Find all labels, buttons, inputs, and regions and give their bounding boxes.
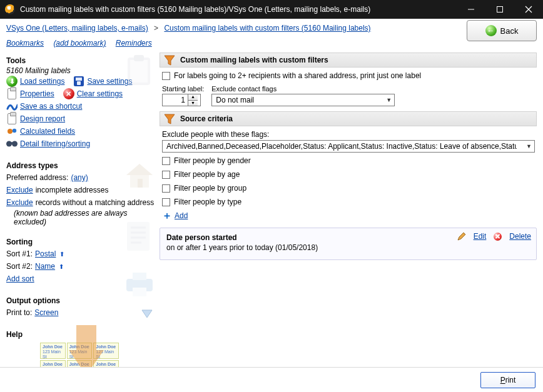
chevron-down-icon: ▼: [526, 143, 532, 149]
breadcrumb-bar: VSys One (Letters, mailing labels, e-mai…: [0, 19, 543, 38]
minimize-button[interactable]: [457, 0, 485, 19]
svg-point-19: [8, 129, 13, 134]
load-settings-link[interactable]: Load settings: [20, 77, 64, 86]
svg-rect-10: [127, 222, 150, 251]
pref-address-label: Preferred address:: [6, 173, 68, 182]
sort1-label: Sort #1:: [6, 249, 33, 258]
panel-desc: on or after 1 years prior to today (01/0…: [166, 243, 530, 252]
binoculars-icon: [6, 138, 18, 149]
delete-icon: [494, 233, 502, 241]
secondary-links: Bookmarks (add bookmark) Reminders: [0, 38, 543, 51]
breadcrumb-root[interactable]: VSys One (Letters, mailing labels, e-mai…: [6, 24, 148, 33]
exclude-nomatch-text: records without a matching address: [36, 198, 154, 207]
edit-link[interactable]: Edit: [474, 232, 487, 241]
design-report-link[interactable]: Design report: [20, 114, 65, 123]
footer: Print: [0, 367, 543, 392]
sort1-up-icon[interactable]: ⬆: [59, 251, 64, 258]
exclude-flags-select[interactable]: Archived,Banned,Deceased,Placeholder,Sta…: [162, 140, 535, 153]
calculated-fields-link[interactable]: Calculated fields: [20, 127, 75, 136]
document-bg-icon: [125, 220, 151, 253]
back-arrow-icon: ←: [485, 25, 497, 36]
back-button[interactable]: ← Back: [467, 20, 537, 41]
sort2-label: Sort #2:: [6, 262, 33, 271]
filter-label: Filter people by gender: [174, 156, 251, 165]
sort2-value[interactable]: Name: [35, 262, 55, 271]
source-criteria-title: Source criteria: [180, 114, 233, 123]
filter-label: Filter people by group: [174, 184, 246, 193]
clear-icon: ✕: [63, 88, 74, 99]
titlebar: Custom mailing labels with custom filter…: [0, 0, 543, 19]
exclude-incomplete-link[interactable]: Exclude: [6, 186, 33, 194]
chevron-down-icon: ▼: [386, 97, 392, 103]
svg-marker-27: [458, 233, 465, 240]
filter-label: Filter people by age: [174, 170, 240, 179]
svg-marker-7: [126, 164, 153, 175]
pref-address-value[interactable]: (any): [71, 173, 88, 182]
svg-rect-9: [138, 179, 143, 188]
left-panel: Tools 5160 Mailing labels ⬇ Load setting…: [0, 51, 158, 392]
sort1-value[interactable]: Postal: [35, 249, 56, 258]
design-icon: [6, 113, 18, 124]
spin-up[interactable]: ▲: [188, 94, 198, 100]
svg-marker-25: [165, 56, 175, 65]
add-filter-label: Add: [175, 211, 188, 220]
svg-rect-16: [133, 273, 146, 280]
add-filter-link[interactable]: ＋ Add: [162, 211, 537, 220]
shared-address-checkbox[interactable]: [162, 72, 170, 80]
label-sample: John Doe123 Main StTroy,NY 12180: [40, 343, 66, 359]
source-criteria-bar: Source criteria: [160, 111, 537, 126]
svg-rect-23: [9, 142, 15, 144]
house-bg-icon: [125, 161, 154, 190]
main-title-bar: Custom mailing labels with custom filter…: [160, 53, 537, 68]
detail-filter-link[interactable]: Detail filtering/sorting: [20, 139, 90, 148]
maximize-button[interactable]: [485, 0, 514, 19]
exclude-flags-label: Exclude people with these flags:: [162, 130, 537, 139]
properties-link[interactable]: Properties: [20, 89, 54, 98]
calc-icon: [6, 126, 18, 137]
add-sort-link[interactable]: Add sort: [6, 274, 34, 283]
print-to-label: Print to:: [6, 308, 32, 317]
add-bookmark-link[interactable]: (add bookmark): [53, 39, 106, 48]
svg-rect-1: [497, 7, 503, 13]
funnel-icon: [164, 54, 175, 66]
sort2-up-icon[interactable]: ⬆: [59, 263, 64, 270]
svg-rect-6: [134, 55, 144, 61]
breadcrumb-sep: >: [154, 24, 158, 33]
app-icon: [5, 4, 15, 14]
bookmarks-link[interactable]: Bookmarks: [6, 39, 44, 48]
starting-label-label: Starting label:: [162, 85, 204, 93]
filter-checkbox[interactable]: [162, 157, 170, 165]
filter-checkbox[interactable]: [162, 198, 170, 206]
window-title: Custom mailing labels with custom filter…: [20, 5, 457, 14]
exclude-contact-select[interactable]: Do not mail ▼: [211, 94, 395, 106]
spin-down[interactable]: ▼: [188, 100, 198, 106]
filter-checkbox[interactable]: [162, 171, 170, 179]
exclude-nomatch-link[interactable]: Exclude: [6, 198, 33, 207]
svg-marker-18: [142, 310, 152, 318]
breadcrumb-current[interactable]: Custom mailing labels with custom filter…: [164, 24, 370, 33]
pencil-icon: [457, 232, 466, 241]
svg-rect-17: [133, 288, 146, 296]
starting-label-input[interactable]: [163, 94, 188, 106]
reminders-link[interactable]: Reminders: [116, 39, 152, 48]
delete-link[interactable]: Delete: [509, 232, 531, 241]
funnel-icon: [164, 113, 175, 124]
clear-settings-link[interactable]: Clear settings: [77, 89, 123, 98]
save-shortcut-link[interactable]: Save as a shortcut: [20, 102, 82, 111]
plus-icon: ＋: [162, 212, 172, 219]
exclude-flags-value: Archived,Banned,Deceased,Placeholder,Sta…: [166, 142, 517, 151]
back-button-label: Back: [500, 26, 519, 36]
svg-point-20: [13, 129, 16, 133]
criteria-panel: Edit Delete Date person started on or af…: [160, 228, 537, 260]
print-button-label-rest: rint: [505, 376, 516, 384]
main-title: Custom mailing labels with custom filter…: [180, 56, 328, 64]
save-icon: [73, 76, 84, 87]
print-button[interactable]: Print: [480, 372, 535, 388]
exclude-contact-label: Exclude contact flags: [211, 85, 395, 93]
starting-label-spinner[interactable]: ▲▼: [162, 94, 201, 106]
print-to-value[interactable]: Screen: [34, 308, 58, 317]
close-button[interactable]: [514, 0, 543, 19]
filter-checkbox[interactable]: [162, 184, 170, 193]
dropdown-triangle-icon[interactable]: [141, 309, 153, 319]
main-panel: Custom mailing labels with custom filter…: [158, 51, 543, 392]
